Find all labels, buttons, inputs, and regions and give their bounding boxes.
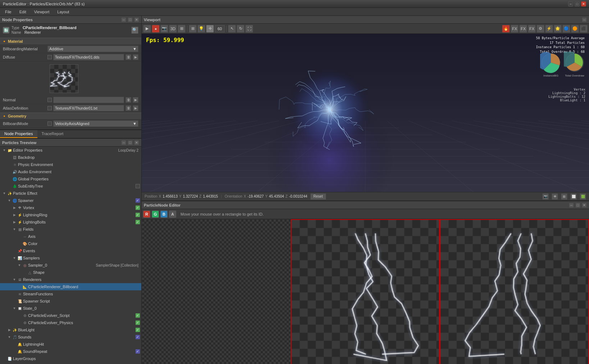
viewport-3d[interactable]: Fps: 59.999 58 Bytes/Particle Average 17…: [142, 34, 589, 192]
reset-button[interactable]: Reset: [310, 193, 326, 200]
vp-fx5-btn[interactable]: ⚡: [545, 25, 553, 33]
tree-check-24[interactable]: ✓: [136, 321, 140, 325]
tree-check-5[interactable]: [136, 184, 140, 188]
channel-a-btn[interactable]: A: [169, 211, 176, 218]
close-button[interactable]: ✕: [581, 1, 586, 6]
vp-fx7-btn[interactable]: 🔵: [562, 25, 570, 33]
tree-item-29[interactable]: 📑LayerGroups: [0, 355, 141, 362]
atlas-input[interactable]: Textures/FX/Thunder01.txt: [53, 105, 124, 111]
vp-move-btn[interactable]: ✛: [206, 25, 214, 33]
vp-fx6-btn[interactable]: 🌟: [554, 25, 562, 33]
vp-fx1-btn[interactable]: FX: [511, 25, 519, 33]
billboard-mode-checkbox[interactable]: [47, 121, 52, 126]
viewport-pin[interactable]: ─: [582, 17, 587, 22]
tree-item-17[interactable]: △Shape: [0, 269, 141, 276]
tree-check-26[interactable]: ✓: [136, 335, 140, 339]
vp-expand-btn[interactable]: ⊞: [178, 25, 186, 33]
tree-item-26[interactable]: ▼🎵Sounds✓: [0, 333, 141, 341]
tree-item-22[interactable]: ▼🔲State_0: [0, 305, 141, 312]
tree-arrow-0[interactable]: ▼: [2, 148, 6, 152]
vp-grid-btn[interactable]: ⊞: [189, 25, 197, 33]
tree-check-8[interactable]: ✓: [136, 206, 140, 210]
diffuse-checkbox[interactable]: [47, 55, 52, 59]
tree-item-11[interactable]: ▼▦Fields: [0, 226, 141, 233]
minimize-button[interactable]: –: [568, 1, 573, 6]
tree-check-25[interactable]: ✓: [136, 328, 140, 332]
node-search-btn[interactable]: 🔍: [131, 27, 138, 34]
billboarding-dropdown[interactable]: Additive ▼: [47, 46, 138, 52]
tree-item-9[interactable]: ▶⚡LightningRing✓: [0, 211, 141, 218]
node-editor-pin[interactable]: ─: [569, 203, 574, 208]
channel-b-btn[interactable]: B: [160, 211, 168, 218]
tree-arrow-10[interactable]: ▶: [12, 220, 17, 224]
vp-fps-input[interactable]: [215, 25, 225, 32]
menu-viewport[interactable]: Viewport: [31, 9, 53, 15]
tree-arrow-18[interactable]: ▼: [12, 277, 17, 282]
menu-layout[interactable]: Layout: [54, 9, 73, 15]
node-properties-float[interactable]: □: [128, 17, 133, 22]
tree-item-3[interactable]: 🔊Audio Environment: [0, 168, 141, 175]
material-section-header[interactable]: ● Material: [0, 38, 141, 45]
tree-item-25[interactable]: ▶✨BlueLight✓: [0, 326, 141, 333]
tree-item-23[interactable]: ⚙CParticleEvolver_Script✓: [0, 312, 141, 319]
tree-item-16[interactable]: ▼◎Sampler_0SamplerShape [Collection]: [0, 262, 141, 269]
tree-check-28[interactable]: ✓: [136, 349, 140, 354]
status-eye-btn[interactable]: 👁: [552, 193, 558, 200]
tree-arrow-25[interactable]: ▶: [7, 328, 12, 332]
tree-item-7[interactable]: ▼🌀Spawner✓: [0, 197, 141, 204]
tree-arrow-9[interactable]: ▶: [12, 213, 17, 217]
menu-edit[interactable]: Edit: [16, 9, 30, 15]
tree-item-20[interactable]: ≋StreamFunctions: [0, 290, 141, 298]
tree-check-23[interactable]: ✓: [136, 313, 140, 318]
tree-item-4[interactable]: 🌐Global Properties: [0, 175, 141, 183]
diffuse-browse-btn[interactable]: ▶: [133, 54, 138, 60]
normal-browse-btn[interactable]: ▶: [133, 97, 138, 103]
status-misc-btn[interactable]: 🟩: [580, 193, 586, 200]
vp-fx4-btn[interactable]: ⚙: [537, 25, 544, 33]
vp-light-btn[interactable]: 💡: [197, 25, 205, 33]
geometry-section-header[interactable]: ● Geometry: [0, 112, 141, 120]
channel-r-btn[interactable]: R: [143, 211, 150, 218]
node-properties-pin[interactable]: ─: [121, 17, 126, 22]
vp-fx2-btn[interactable]: FX: [519, 25, 527, 33]
tree-item-28[interactable]: 🔔SoundRepeat✓: [0, 348, 141, 355]
tree-arrow-6[interactable]: ▼: [2, 191, 6, 195]
tree-item-13[interactable]: 🎨Color: [0, 240, 141, 247]
menu-file[interactable]: File: [1, 9, 15, 15]
node-properties-close[interactable]: ✕: [134, 17, 139, 22]
tree-item-27[interactable]: 🔔LightningHit: [0, 341, 141, 348]
normal-checkbox[interactable]: [47, 98, 52, 102]
node-editor-close[interactable]: ✕: [582, 203, 587, 208]
normal-delete-btn[interactable]: 🗑: [125, 97, 131, 103]
vp-fx8-btn[interactable]: 🟠: [571, 25, 579, 33]
vp-3d-btn[interactable]: 3D: [169, 25, 177, 33]
tree-item-19[interactable]: 📐CParticleRenderer_Billboard: [0, 283, 141, 290]
vp-rotate-btn[interactable]: ↻: [237, 25, 245, 33]
tree-arrow-22[interactable]: ▼: [12, 306, 17, 310]
tree-item-2[interactable]: ⚛Physic Environment: [0, 161, 141, 168]
vp-fullscreen-btn[interactable]: ⛶: [245, 25, 253, 33]
tree-arrow-7[interactable]: ▼: [7, 198, 12, 203]
tree-item-5[interactable]: 🌲SubEntityTree: [0, 183, 141, 190]
status-cam-btn[interactable]: 📷: [542, 193, 549, 200]
vp-record-btn[interactable]: ●: [152, 25, 160, 33]
billboard-mode-dropdown[interactable]: VelocityAxisAligned ▼: [53, 120, 138, 127]
treeview-float[interactable]: □: [128, 140, 133, 145]
texture-cell-0-2[interactable]: [440, 219, 589, 364]
diffuse-input[interactable]: Textures/FX/Thunder01.dds: [53, 54, 124, 60]
tree-item-24[interactable]: ⚙CParticleEvolver_Physics✓: [0, 319, 141, 326]
tree-item-10[interactable]: ▶⚡LightingBolts✓: [0, 218, 141, 226]
tree-item-6[interactable]: ▼✨Particle Effect: [0, 190, 141, 197]
channel-g-btn[interactable]: G: [152, 211, 159, 218]
tree-arrow-26[interactable]: ▼: [7, 335, 12, 339]
node-editor-float[interactable]: □: [575, 203, 580, 208]
tree-item-15[interactable]: ▼📊Samplers: [0, 254, 141, 262]
vp-camera-btn[interactable]: 📷: [160, 25, 168, 33]
status-box-btn[interactable]: ⬜: [570, 193, 577, 200]
maximize-button[interactable]: □: [575, 1, 580, 6]
vp-play-btn[interactable]: ▶: [143, 25, 151, 33]
tree-check-9[interactable]: ✓: [136, 213, 140, 217]
tree-item-12[interactable]: ↔Axis: [0, 233, 141, 240]
tree-item-14[interactable]: 📌Events: [0, 247, 141, 254]
atlas-browse-btn[interactable]: ▶: [133, 105, 138, 111]
